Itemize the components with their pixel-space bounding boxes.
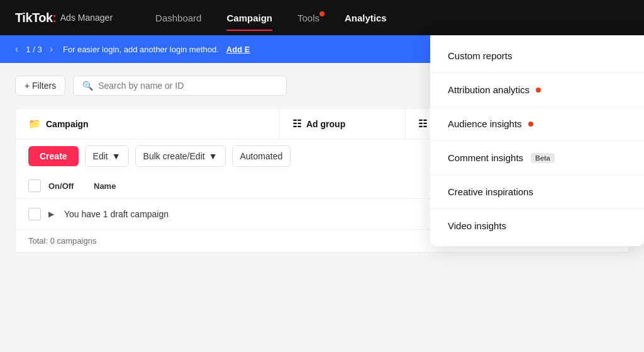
dropdown-label-custom-reports: Custom reports <box>448 50 513 61</box>
analytics-dropdown: Custom reportsAttribution analyticsAudie… <box>430 35 644 246</box>
row-campaign-name: You have 1 draft campaign <box>64 209 169 219</box>
tools-notification-dot <box>319 11 325 16</box>
comment-insights-beta-badge: Beta <box>531 153 555 163</box>
dropdown-label-video-insights: Video insights <box>448 220 506 231</box>
bulk-button[interactable]: Bulk create/Edit ▼ <box>135 145 226 167</box>
dropdown-item-video-insights[interactable]: Video insights <box>430 210 644 241</box>
dropdown-label-creative-inspirations: Creative inspirations <box>448 186 533 197</box>
tiktok-wordmark: TikTok: <box>15 11 57 25</box>
search-icon: 🔍 <box>82 81 93 91</box>
search-box: 🔍 <box>73 76 287 96</box>
nav-dashboard[interactable]: Dashboard <box>145 8 211 28</box>
row-checkbox[interactable] <box>28 208 41 220</box>
folder-icon: 📁 <box>28 118 41 130</box>
dropdown-item-creative-inspirations[interactable]: Creative inspirations <box>430 176 644 207</box>
row-expand-icon[interactable]: ▶ <box>48 210 54 219</box>
dropdown-divider <box>430 174 644 175</box>
banner-navigation: ‹ 1 / 3 › <box>13 42 55 56</box>
adgroup-icon: ☷ <box>292 118 301 130</box>
bulk-chevron-icon: ▼ <box>209 151 218 161</box>
footer-total: Total: 0 campaigns <box>28 236 96 246</box>
campaign-section-label: Campaign <box>46 119 89 129</box>
nav-analytics[interactable]: Analytics <box>335 8 397 28</box>
dropdown-label-comment-insights: Comment insights <box>448 152 523 163</box>
nav-tools[interactable]: Tools <box>287 8 330 28</box>
dropdown-divider <box>430 72 644 73</box>
banner-prev-arrow[interactable]: ‹ <box>13 42 21 56</box>
edit-button[interactable]: Edit ▼ <box>85 145 129 167</box>
search-input[interactable] <box>98 81 277 91</box>
dropdown-item-comment-insights[interactable]: Comment insightsBeta <box>430 142 644 173</box>
adgroup-section-header: ☷ Ad group <box>280 109 406 139</box>
brand-logo: TikTok: Ads Manager <box>15 11 113 25</box>
dropdown-item-custom-reports[interactable]: Custom reports <box>430 40 644 71</box>
brand-subtitle: Ads Manager <box>60 13 113 23</box>
create-button[interactable]: Create <box>28 146 79 166</box>
ad-icon: ☷ <box>418 118 427 130</box>
col-header-onoff: On/Off <box>48 181 86 191</box>
dropdown-label-audience-insights: Audience insights <box>448 118 522 129</box>
filters-button[interactable]: + Filters <box>15 76 65 96</box>
adgroup-section-label: Ad group <box>306 119 345 129</box>
banner-page-indicator: 1 / 3 <box>26 45 42 54</box>
banner-next-arrow[interactable]: › <box>47 42 55 56</box>
top-navigation: TikTok: Ads Manager Dashboard Campaign T… <box>0 0 644 35</box>
tiktok-colon: : <box>53 11 57 25</box>
banner-action-link[interactable]: Add E <box>226 45 250 54</box>
banner-message: For easier login, add another login meth… <box>63 45 219 54</box>
automated-button[interactable]: Automated <box>232 145 291 167</box>
dropdown-divider <box>430 140 644 141</box>
dropdown-item-audience-insights[interactable]: Audience insights <box>430 108 644 139</box>
edit-chevron-icon: ▼ <box>112 151 121 161</box>
campaign-section-header: 📁 Campaign <box>16 109 280 139</box>
nav-links: Dashboard Campaign Tools Analytics <box>145 8 629 28</box>
attribution-analytics-new-dot <box>536 88 541 93</box>
dropdown-label-attribution-analytics: Attribution analytics <box>448 84 530 95</box>
dropdown-item-attribution-analytics[interactable]: Attribution analytics <box>430 74 644 105</box>
select-all-checkbox[interactable] <box>28 179 41 192</box>
dropdown-divider <box>430 208 644 209</box>
audience-insights-new-dot <box>528 122 533 127</box>
nav-campaign[interactable]: Campaign <box>216 8 282 28</box>
dropdown-divider <box>430 106 644 107</box>
